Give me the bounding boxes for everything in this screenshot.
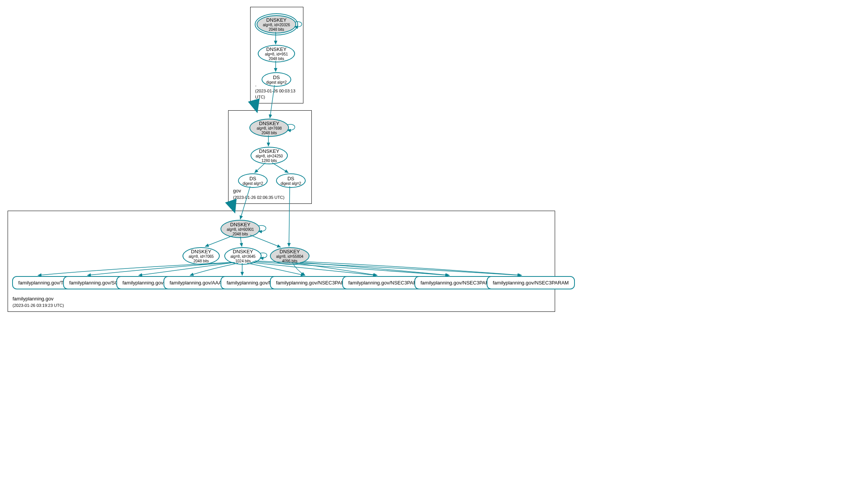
node-gov-ds2: DS digest alg=2 <box>276 173 306 188</box>
node-dom-k3-line1: alg=8, id=55804 <box>276 254 303 259</box>
node-root-ds-line1: digest alg=2 <box>266 80 287 85</box>
node-gov-ksk-line1: alg=8, id=7698 <box>257 126 282 131</box>
node-gov-zsk-line1: alg=8, id=24250 <box>255 154 283 159</box>
node-gov-ds2-line1: digest alg=2 <box>281 181 301 186</box>
node-gov-ds1: DS digest alg=2 <box>238 173 268 188</box>
rr-nsec1-label: familyplanning.gov/NSEC3PARAM <box>276 280 352 286</box>
node-dom-ksk-line2: 2048 bits <box>233 232 248 237</box>
zone-gov-name: gov <box>233 187 284 194</box>
rr-nsec4-label: familyplanning.gov/NSEC3PARAM <box>493 280 569 286</box>
node-gov-zsk: DNSKEY alg=8, id=24250 1280 bits <box>251 147 288 164</box>
node-gov-ksk-title: DNSKEY <box>259 121 279 126</box>
zone-domain-name: familyplanning.gov <box>13 295 64 302</box>
zone-domain-label: familyplanning.gov (2023-01-26 03:19:23 … <box>13 295 64 308</box>
rr-soa-label: familyplanning.gov/SOA <box>69 280 122 286</box>
node-root-ds-title: DS <box>273 75 280 80</box>
node-gov-ksk: DNSKEY alg=8, id=7698 2048 bits <box>249 119 289 137</box>
rr-a-label: familyplanning.gov/A <box>122 280 168 286</box>
node-root-zsk-line1: alg=8, id=951 <box>265 52 288 57</box>
node-gov-ds1-line1: digest alg=2 <box>243 181 263 186</box>
node-dom-k3-line2: 4096 bits <box>282 259 298 264</box>
node-dom-k2-line1: alg=8, id=3645 <box>230 254 255 259</box>
node-dom-k1-line2: 2048 bits <box>194 259 209 264</box>
node-dom-ksk-title: DNSKEY <box>230 222 250 227</box>
rr-txt-label: familyplanning.gov/TXT <box>18 280 70 286</box>
node-dom-k3-title: DNSKEY <box>279 249 300 254</box>
node-root-zsk-line2: 2048 bits <box>269 57 284 61</box>
node-dom-k1-title: DNSKEY <box>191 249 211 254</box>
node-root-ksk-line1: alg=8, id=20326 <box>263 23 290 27</box>
zone-gov-time: (2023-01-26 02:06:35 UTC) <box>233 195 284 200</box>
node-root-ksk-title: DNSKEY <box>266 17 286 23</box>
zone-root-time: (2023-01-26 00:03:13 UTC) <box>255 88 303 100</box>
node-dom-k2-line2: 1024 bits <box>235 259 251 264</box>
node-root-zsk-title: DNSKEY <box>266 46 286 52</box>
node-gov-ds2-title: DS <box>287 176 294 181</box>
node-dom-k3: DNSKEY alg=8, id=55804 4096 bits <box>270 247 309 265</box>
node-root-ksk-line2: 2048 bits <box>269 27 284 32</box>
node-dom-k2: DNSKEY alg=8, id=3645 1024 bits <box>224 247 262 265</box>
node-root-ksk: DNSKEY alg=8, id=20326 2048 bits <box>257 15 296 33</box>
node-dom-k1-line1: alg=8, id=7065 <box>189 254 214 259</box>
zone-domain-time: (2023-01-26 03:19:23 UTC) <box>13 303 64 308</box>
zone-gov-label: gov (2023-01-26 02:06:35 UTC) <box>233 187 284 200</box>
node-dom-ksk: DNSKEY alg=8, id=60901 2048 bits <box>221 220 260 238</box>
rr-ns-label: familyplanning.gov/NS <box>227 280 276 286</box>
node-root-ds: DS digest alg=2 <box>262 72 291 87</box>
rr-nsec3-label: familyplanning.gov/NSEC3PARAM <box>421 280 497 286</box>
node-dom-ksk-line1: alg=8, id=60901 <box>227 227 254 232</box>
node-dom-k1: DNSKEY alg=8, id=7065 2048 bits <box>182 247 220 265</box>
node-gov-ds1-title: DS <box>249 176 256 181</box>
node-root-zsk: DNSKEY alg=8, id=951 2048 bits <box>258 45 295 62</box>
rr-nsec2-label: familyplanning.gov/NSEC3PARAM <box>348 280 424 286</box>
node-gov-ksk-line2: 2048 bits <box>262 131 277 135</box>
node-rr-nsec4: familyplanning.gov/NSEC3PARAM <box>487 276 575 289</box>
dnssec-diagram: . (2023-01-26 00:03:13 UTC) gov (2023-01… <box>4 4 559 316</box>
node-gov-zsk-line2: 1280 bits <box>262 159 277 163</box>
rr-aaaa-label: familyplanning.gov/AAAA <box>170 280 225 286</box>
node-dom-k2-title: DNSKEY <box>233 249 253 254</box>
node-gov-zsk-title: DNSKEY <box>259 148 279 154</box>
